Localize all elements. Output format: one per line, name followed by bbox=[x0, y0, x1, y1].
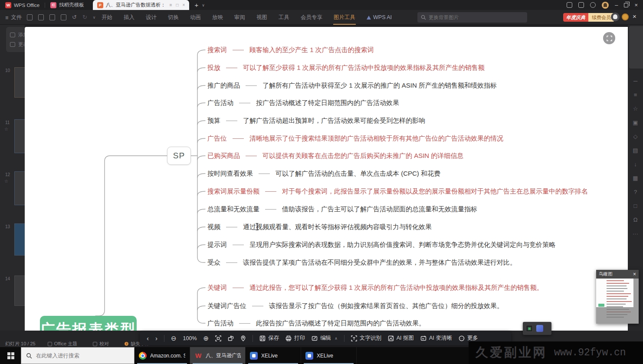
undo-icon[interactable]: ↺ bbox=[72, 14, 77, 20]
properties-icon[interactable]: ≡ bbox=[634, 92, 637, 98]
menu-slideshow[interactable]: 放映 bbox=[212, 10, 223, 25]
zoom-out-button[interactable]: ⊖ bbox=[171, 334, 177, 342]
row-desc: 了解所有广告活动中获得至少 1 次展示的推广的 ASIN 所产生的销售额和绩效指… bbox=[262, 82, 497, 90]
menu-view[interactable]: 视图 bbox=[256, 10, 268, 25]
restore-button[interactable] bbox=[624, 3, 628, 7]
edit-label: 编辑 bbox=[320, 334, 331, 342]
taskbar-app-xelive-2[interactable]: XELive bbox=[301, 347, 357, 364]
more-icon[interactable]: ··· bbox=[633, 230, 638, 237]
print-button[interactable]: 打印 bbox=[285, 334, 305, 342]
menu-wps-ai[interactable]: WPS AI bbox=[366, 11, 392, 24]
slide-thumbnail[interactable] bbox=[14, 171, 25, 205]
customer-service-icon[interactable] bbox=[611, 13, 620, 21]
zoom-in-button[interactable]: ⊕ bbox=[203, 334, 209, 342]
app-blue-icon[interactable] bbox=[536, 325, 543, 332]
minimize-button[interactable]: – bbox=[615, 2, 618, 8]
image-library-icon[interactable]: ▦ bbox=[633, 175, 638, 181]
birdview-header[interactable]: 鸟瞰图 × bbox=[596, 270, 639, 279]
theme-button[interactable]: Office 主题 bbox=[48, 341, 78, 347]
output-icon[interactable] bbox=[38, 14, 44, 20]
tab-wps-office[interactable]: W WPS Office bbox=[0, 0, 45, 10]
slide-thumbnail[interactable] bbox=[14, 275, 25, 306]
more-button[interactable]: 更多 bbox=[459, 334, 478, 342]
mini-window-peek[interactable]: ▣ bbox=[523, 322, 551, 335]
renew-member-badge[interactable]: 续费会员 bbox=[588, 13, 614, 22]
mindmap-node-sp[interactable]: SP bbox=[167, 147, 191, 165]
fullscreen-button[interactable] bbox=[603, 32, 615, 44]
taskbar-app-chrome[interactable]: Amazon.com. Sp... bbox=[135, 347, 190, 364]
taskbar-search-input[interactable] bbox=[36, 353, 118, 359]
member-badges[interactable]: 年度庆典 续费会员 bbox=[563, 13, 614, 22]
rotate-button[interactable] bbox=[228, 335, 234, 341]
watermark-site-name: 久爱副业网 bbox=[476, 344, 547, 361]
slide-counter: 幻灯片 10 / 25 bbox=[5, 341, 36, 347]
download-icon[interactable]: ↓ bbox=[634, 161, 637, 167]
edit-button[interactable]: 编辑∧ bbox=[312, 334, 338, 342]
next-image-button[interactable]: › bbox=[155, 334, 157, 342]
location-button[interactable] bbox=[240, 335, 246, 341]
prev-image-button[interactable]: ‹ bbox=[147, 334, 149, 342]
menu-insert[interactable]: 插入 bbox=[123, 10, 135, 25]
tab-document-active[interactable]: P 八、亚马逊广告数据透析： ≡ □ × bbox=[93, 0, 190, 10]
menu-member[interactable]: 会员专享 bbox=[300, 10, 323, 25]
taskbar-search-box[interactable] bbox=[21, 347, 135, 364]
menu-tools[interactable]: 工具 bbox=[278, 10, 290, 25]
menu-review[interactable]: 审阅 bbox=[234, 10, 246, 25]
save-button[interactable]: 保存 bbox=[259, 334, 279, 342]
fit-screen-button[interactable] bbox=[215, 335, 221, 341]
redo-icon[interactable]: ↻ bbox=[82, 14, 87, 20]
row-dash bbox=[246, 85, 257, 86]
favorite-icon[interactable]: ☆ bbox=[633, 105, 638, 112]
image-viewer-canvas[interactable]: SP 广告报表类型 搜索词顾客输入的至少产生 1 次广告点击的搜索词 投放可以了… bbox=[25, 27, 628, 331]
tab-docer-template[interactable]: 稻 找稻壳模板 bbox=[45, 0, 89, 10]
skin-icon[interactable] bbox=[590, 2, 596, 8]
edit-caret-icon[interactable]: ∧ bbox=[335, 336, 338, 341]
layers-icon[interactable]: ▣ bbox=[633, 119, 638, 126]
slide-thumbnail[interactable] bbox=[14, 223, 25, 256]
user-avatar[interactable] bbox=[602, 2, 609, 9]
quickbar-caret-icon[interactable]: ∨ bbox=[93, 15, 96, 20]
start-button[interactable] bbox=[0, 347, 21, 364]
tab-close-icon[interactable]: × bbox=[183, 3, 185, 7]
symbols-icon[interactable]: Ω bbox=[633, 216, 638, 223]
slide-thumbnail[interactable] bbox=[14, 67, 25, 98]
close-document-button[interactable]: × bbox=[633, 13, 636, 20]
proofing-button[interactable]: 校对 bbox=[93, 341, 109, 347]
ribbon-search-input[interactable] bbox=[429, 15, 515, 20]
new-tab-button[interactable]: + bbox=[194, 1, 198, 9]
ribbon-search-box[interactable] bbox=[417, 12, 527, 23]
menu-animation[interactable]: 动画 bbox=[190, 10, 201, 25]
zoom-level-value[interactable]: 100% bbox=[183, 335, 197, 341]
birdview-close-icon[interactable]: × bbox=[633, 271, 636, 277]
birdview-minimap[interactable] bbox=[596, 279, 639, 324]
help-icon[interactable]: ? bbox=[634, 189, 637, 195]
comment-icon[interactable]: □ bbox=[634, 203, 637, 209]
promo-badge[interactable]: 年度庆典 bbox=[563, 13, 588, 22]
preview-icon[interactable] bbox=[61, 14, 66, 20]
print-quick-icon[interactable] bbox=[49, 14, 55, 20]
new-file-icon[interactable] bbox=[27, 14, 33, 20]
file-menu-button[interactable]: ≡ 文件 bbox=[5, 14, 22, 21]
layout-mode-icon[interactable] bbox=[578, 2, 584, 8]
close-window-button[interactable]: × bbox=[634, 2, 638, 8]
menu-design[interactable]: 设计 bbox=[145, 10, 157, 25]
change-template-button[interactable]: 更改 bbox=[10, 39, 25, 49]
app-grid-icon[interactable]: ▣ bbox=[526, 325, 533, 332]
menu-home[interactable]: 开始 bbox=[101, 10, 113, 25]
mindmap-root-node[interactable]: 广告报表类型 bbox=[40, 316, 137, 331]
slide-thumbnail[interactable] bbox=[14, 119, 25, 153]
ai-enhance-button[interactable]: AI 变清晰 bbox=[420, 334, 452, 342]
tools-icon[interactable]: ◇ bbox=[633, 133, 638, 140]
add-slide-button[interactable]: 添加 bbox=[10, 30, 25, 39]
coin-icon[interactable] bbox=[622, 13, 629, 20]
tab-list-caret-icon[interactable]: ∨ bbox=[202, 3, 205, 7]
screenshot-icon[interactable] bbox=[567, 2, 572, 8]
ocr-button[interactable]: 文字识别 bbox=[351, 334, 381, 342]
menu-picture-tools[interactable]: 图片工具 bbox=[333, 10, 356, 25]
taskbar-app-xelive-1[interactable]: XELive bbox=[246, 347, 301, 364]
menu-transition[interactable]: 切换 bbox=[167, 10, 179, 25]
ai-matting-button[interactable]: AI 抠图 bbox=[388, 334, 414, 342]
collapse-icon[interactable]: ─ bbox=[633, 78, 637, 84]
taskbar-app-wps[interactable]: W 八、亚马逊广告数... bbox=[190, 347, 246, 364]
template-icon[interactable]: ▤ bbox=[633, 147, 638, 154]
